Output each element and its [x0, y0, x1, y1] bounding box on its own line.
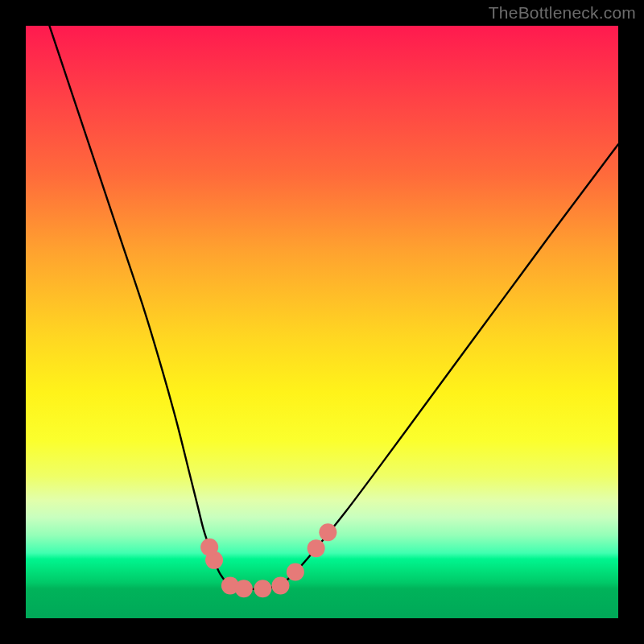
- curve-left-branch: [49, 26, 243, 588]
- curve-right-branch: [280, 144, 618, 585]
- marker-right-pair-c: [319, 523, 336, 541]
- marker-bottom-2: [235, 580, 253, 597]
- chart-svg: [26, 26, 618, 618]
- marker-bottom-3: [254, 580, 271, 597]
- marker-right-pair-b: [308, 539, 325, 557]
- watermark-text: TheBottleneck.com: [489, 3, 636, 23]
- plot-area: [26, 26, 618, 618]
- marker-bottom-4: [271, 577, 289, 595]
- marker-right-pair-a: [287, 564, 304, 581]
- chart-frame: TheBottleneck.com: [0, 0, 644, 644]
- marker-left-pair-a: [200, 539, 218, 556]
